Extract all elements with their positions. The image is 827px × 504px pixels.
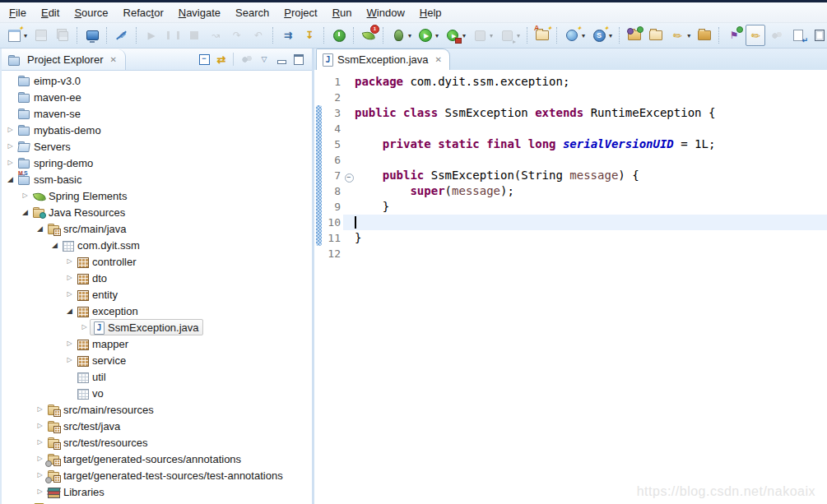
collapse-arrow-icon[interactable]: ◢ (20, 209, 30, 216)
dropdown-arrow-icon[interactable]: ▾ (582, 32, 585, 39)
close-tab-icon[interactable]: ✕ (435, 55, 442, 64)
code-editor[interactable]: https://blog.csdn.net/nakoaix 1package c… (314, 71, 827, 504)
tree-item-eimp-v3-0[interactable]: eimp-v3.0 (2, 72, 312, 89)
expand-arrow-icon[interactable]: ▷ (5, 127, 16, 133)
fold-marker-icon[interactable]: − (343, 168, 355, 183)
drop-to-frame-button[interactable]: ↧ (300, 25, 319, 46)
tree-item-target-generated-sources-annotations[interactable]: ▷target/generated-sources/annotations (2, 451, 312, 467)
java-ee-wizard-button[interactable]: A✦ (532, 25, 552, 46)
expand-arrow-icon[interactable]: ▷ (5, 160, 16, 166)
tree-item-src-main-resources[interactable]: ▷src/main/resources (2, 401, 312, 418)
expand-arrow-icon[interactable]: ▷ (35, 455, 45, 462)
code-line-2[interactable]: 2 (314, 90, 827, 105)
highlighter-button[interactable]: ✎ (746, 25, 765, 46)
collapse-arrow-icon[interactable]: ◢ (64, 307, 75, 315)
tree-item-entity[interactable]: ▷entity (2, 286, 312, 303)
tree-item-src-test-java[interactable]: ▷src/test/java (2, 418, 312, 434)
tree-item-mapper[interactable]: ▷mapper (2, 335, 312, 352)
tree-item-maven-ee[interactable]: maven-ee (2, 89, 312, 105)
menu-refactor[interactable]: Refactor (116, 2, 171, 22)
pin-flag-button[interactable]: ⚑ (724, 25, 744, 46)
expand-arrow-icon[interactable]: ▷ (64, 291, 75, 298)
expand-arrow-icon[interactable]: ▷ (64, 340, 75, 347)
run-button[interactable]: ▶▾ (416, 25, 441, 46)
tree-item-exception[interactable]: ◢exception (2, 303, 312, 319)
code-line-4[interactable]: 4 (314, 121, 827, 136)
expand-arrow-icon[interactable]: ▷ (64, 258, 75, 265)
skip-all-breakpoints-button[interactable]: ⇉ (278, 25, 298, 46)
dropdown-arrow-icon[interactable]: ▾ (609, 32, 612, 39)
tree-item-util[interactable]: util (2, 368, 312, 385)
export-folder-button[interactable] (646, 25, 666, 46)
collapse-all-icon[interactable]: − (196, 51, 212, 67)
menu-help[interactable]: Help (412, 2, 449, 22)
tree-item-maven-se[interactable]: maven-se (2, 105, 312, 122)
tree-item-ssm-basic[interactable]: ◢MSssm-basic (2, 171, 312, 187)
debug-button[interactable]: ▾ (388, 25, 414, 46)
coverage-button[interactable]: ▶▾ (443, 25, 468, 46)
tree-item-com-dyit-ssm[interactable]: ◢com.dyit.ssm (2, 237, 312, 253)
service-s-button[interactable]: S✦▾ (589, 25, 615, 46)
tree-item-dto[interactable]: ▷dto (2, 270, 312, 286)
minimize-icon[interactable] (273, 51, 290, 67)
spring-nature-button[interactable]: 1 (359, 25, 379, 46)
dropdown-arrow-icon[interactable]: ▾ (490, 32, 493, 39)
expand-arrow-icon[interactable]: ▷ (35, 488, 45, 495)
web-service-button[interactable]: ✦▾ (562, 25, 588, 46)
console-button[interactable] (82, 25, 102, 46)
open-type-button[interactable]: ↵ (788, 25, 808, 46)
menu-file[interactable]: File (2, 2, 34, 22)
expand-arrow-icon[interactable]: ▷ (35, 472, 45, 479)
boot-start-button[interactable] (329, 25, 349, 46)
code-line-1[interactable]: 1package com.dyit.ssm.exception; (314, 74, 827, 90)
close-view-icon[interactable]: ✕ (109, 55, 116, 64)
view-menu-icon[interactable]: ▽ (256, 51, 272, 67)
code-line-5[interactable]: 5 private static final long serialVersio… (314, 136, 827, 152)
collapse-arrow-icon[interactable]: ◢ (5, 176, 16, 183)
dropdown-arrow-icon[interactable]: ▾ (24, 32, 27, 39)
tree-item-controller[interactable]: ▷controller (2, 253, 312, 270)
link-with-editor-icon[interactable]: ⇄ (213, 51, 230, 67)
tree-item-spring-elements[interactable]: ▷Spring Elements (2, 187, 312, 204)
expand-arrow-icon[interactable]: ▷ (5, 143, 16, 150)
expand-arrow-icon[interactable]: ▷ (20, 192, 30, 199)
collapse-arrow-icon[interactable]: ◢ (49, 242, 60, 249)
code-line-8[interactable]: 8 super(message); (314, 183, 827, 199)
dropdown-arrow-icon[interactable]: ▾ (687, 32, 690, 39)
expand-arrow-icon[interactable]: ▷ (64, 275, 75, 281)
dropdown-arrow-icon[interactable]: ▾ (435, 32, 439, 39)
menu-edit[interactable]: Edit (34, 2, 67, 22)
menu-search[interactable]: Search (228, 2, 276, 22)
editor-tab-ssmexception[interactable]: J SsmException.java ✕ (316, 49, 450, 70)
tree-item-mybatis-demo[interactable]: ▷mybatis-demo (2, 122, 312, 138)
tree-item-spring-demo[interactable]: ▷spring-demo (2, 155, 312, 171)
expand-arrow-icon[interactable]: ▷ (35, 406, 45, 413)
dropdown-arrow-icon[interactable]: ▾ (462, 32, 466, 39)
new-wizard-button[interactable]: ✦▾ (4, 25, 30, 46)
tree-item-libraries[interactable]: ▷Libraries (2, 483, 312, 500)
dropdown-arrow-icon[interactable]: ▾ (517, 32, 520, 39)
code-line-3[interactable]: 3public class SsmException extends Runti… (314, 105, 827, 121)
menu-project[interactable]: Project (276, 2, 324, 22)
brush-button[interactable]: ✎▾ (667, 25, 693, 46)
import-folder-button[interactable] (625, 25, 644, 46)
code-line-11[interactable]: 11} (314, 230, 827, 246)
code-line-10[interactable]: 10 (314, 215, 827, 230)
expand-arrow-icon[interactable]: ▷ (35, 423, 45, 429)
tree-item-target-generated-test-sources-test-annotations[interactable]: ▷target/generated-test-sources/test-anno… (2, 467, 312, 483)
tree-item-src-main-java[interactable]: ◢src/main/java (2, 220, 312, 237)
open-resource-button[interactable] (695, 25, 714, 46)
code-line-6[interactable]: 6 (314, 152, 827, 168)
tree-item-vo[interactable]: vo (2, 385, 312, 401)
menu-source[interactable]: Source (67, 2, 115, 22)
tree-item-ssmexception-java[interactable]: ▷JSsmException.java (2, 319, 312, 335)
tree-item-javascript-resources[interactable]: ▷JavaScript Resources (2, 500, 312, 504)
code-line-7[interactable]: 7− public SsmException(String message) { (314, 168, 827, 183)
last-edit-button[interactable] (810, 25, 827, 46)
tree-item-servers[interactable]: ▷Servers (2, 138, 312, 155)
expand-arrow-icon[interactable]: ▷ (79, 324, 90, 331)
code-line-12[interactable]: 12 (314, 246, 827, 261)
tree-item-src-test-resources[interactable]: ▷src/test/resources (2, 434, 312, 451)
code-line-9[interactable]: 9 } (314, 199, 827, 215)
expand-arrow-icon[interactable]: ▷ (35, 439, 45, 446)
